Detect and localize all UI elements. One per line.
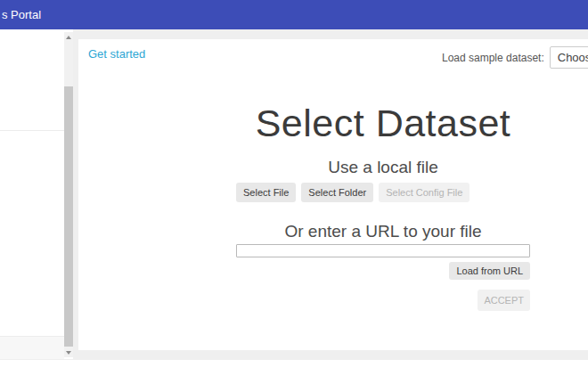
select-folder-button[interactable]: Select Folder bbox=[301, 183, 373, 202]
accept-row: ACCEPT bbox=[236, 290, 530, 311]
scroll-down-icon[interactable] bbox=[64, 347, 73, 357]
select-file-button[interactable]: Select File bbox=[236, 183, 296, 202]
sidebar bbox=[0, 29, 73, 359]
sidebar-scrollbar[interactable] bbox=[64, 32, 73, 357]
page-title: Select Dataset bbox=[236, 102, 530, 144]
select-config-file-button[interactable]: Select Config File bbox=[379, 183, 470, 202]
url-input[interactable] bbox=[236, 244, 530, 257]
sidebar-footer bbox=[0, 336, 64, 359]
main-panel: Get started Load sample dataset: Choose … bbox=[78, 39, 588, 350]
load-url-row: Load from URL bbox=[236, 262, 530, 280]
url-heading: Or enter a URL to your file bbox=[236, 221, 530, 243]
dataset-form: Select Dataset Use a local file Select F… bbox=[236, 39, 530, 311]
scroll-up-icon[interactable] bbox=[64, 32, 73, 42]
sample-dataset-select[interactable]: Choose bbox=[550, 46, 588, 69]
local-file-heading: Use a local file bbox=[236, 157, 530, 179]
get-started-link[interactable]: Get started bbox=[88, 47, 145, 61]
local-file-buttons: Select File Select Folder Select Config … bbox=[236, 183, 530, 202]
accept-button[interactable]: ACCEPT bbox=[478, 290, 530, 311]
content-wrapper: Get started Load sample dataset: Choose … bbox=[0, 29, 588, 360]
sidebar-divider bbox=[0, 130, 64, 131]
load-from-url-button[interactable]: Load from URL bbox=[449, 262, 530, 280]
app-header: s Portal bbox=[0, 0, 588, 29]
scrollbar-thumb[interactable] bbox=[64, 86, 73, 347]
app-title: s Portal bbox=[0, 8, 41, 21]
